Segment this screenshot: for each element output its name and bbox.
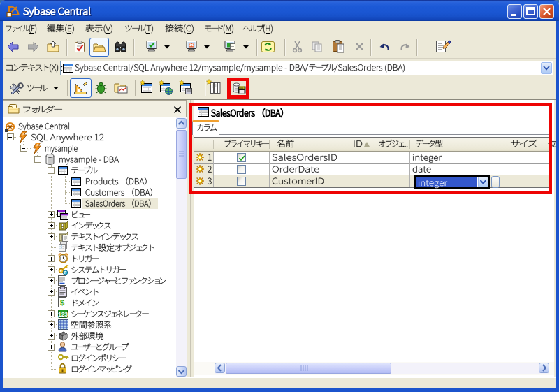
svg-text:123: 123 bbox=[58, 311, 68, 318]
svg-text:$: $ bbox=[60, 298, 64, 307]
